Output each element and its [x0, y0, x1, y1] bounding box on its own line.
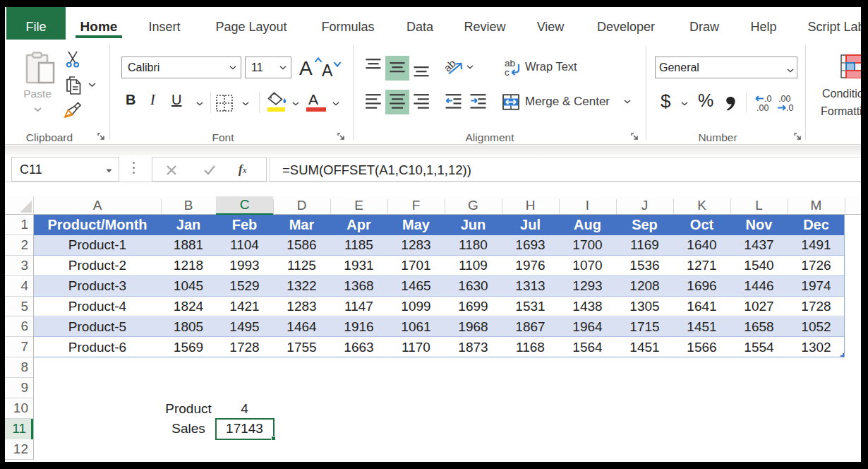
svg-text:.00: .00 [757, 103, 768, 112]
svg-text:.0: .0 [786, 103, 793, 112]
svg-text:c: c [505, 67, 510, 77]
